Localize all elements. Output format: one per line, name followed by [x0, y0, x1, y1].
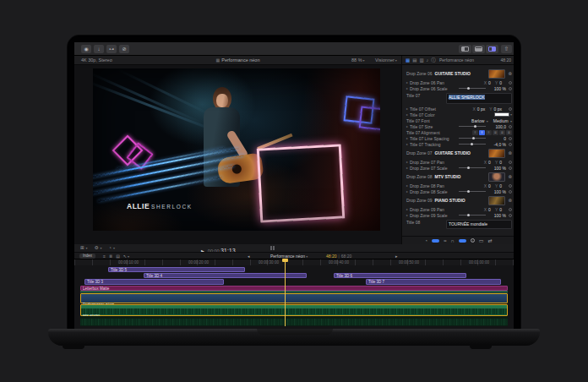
clip-title-3d-6[interactable]: Title 3D 6 — [334, 273, 466, 278]
retime-icon[interactable]: ◔ — [425, 238, 428, 243]
generator-inspector-tab[interactable]: ▥ — [419, 56, 423, 65]
slider-value[interactable]: 100 % — [486, 166, 506, 171]
slider-track[interactable] — [459, 191, 486, 192]
y-value[interactable]: 0 — [499, 207, 502, 212]
clear-dropzone-icon[interactable]: ⊗ — [508, 174, 512, 179]
dropzone-thumbnail[interactable] — [488, 196, 505, 205]
browser-toggle-button[interactable] — [459, 45, 471, 53]
dropzone-thumbnail[interactable] — [488, 69, 505, 79]
video-inspector-tab[interactable]: ▦ — [406, 56, 410, 65]
slider-track[interactable] — [459, 144, 486, 145]
inspector-row-drop-zone-08-pan[interactable]: ▸ Drop Zone 08 Pan X 0 Y 0 — [406, 183, 512, 188]
inspector-row-title-07-color[interactable]: ▸ Title 07 Color ▾ — [406, 112, 512, 117]
clip-appearance-menu[interactable]: ⊞▾ — [80, 244, 88, 252]
inspector-row-title-07-alignment[interactable]: Title 07 Alignment ≡ ≡ ≡ ≣ ≣ ≣ — [406, 129, 512, 135]
view-options-menu[interactable]: Visionner▾ — [375, 56, 397, 65]
background-tasks-icon[interactable]: ⊘ — [119, 45, 129, 53]
reset-icon[interactable] — [509, 87, 512, 90]
reset-icon[interactable] — [509, 125, 512, 128]
clear-dropzone-icon[interactable]: ⊗ — [508, 71, 512, 76]
clear-dropzone-icon[interactable]: ⊗ — [508, 198, 512, 203]
tools-menu[interactable]: ⚙▾ — [95, 244, 102, 252]
timeline-ruler[interactable]: 00:00:10:0000:00:20:0000:00:30:0000:00:4… — [74, 259, 514, 265]
y-value[interactable]: 0 px — [494, 106, 502, 112]
inspector-row-title-07-tracking[interactable]: ▸ Title 07 Tracking -4,0 % — [406, 141, 512, 147]
reset-icon[interactable] — [509, 161, 512, 164]
reset-icon[interactable] — [509, 208, 512, 211]
y-value[interactable]: 0 — [499, 160, 502, 165]
inspector-row-drop-zone-06-pan[interactable]: ▸ Drop Zone 06 Pan X 0 Y 0 — [406, 79, 512, 85]
playhead[interactable] — [285, 259, 286, 326]
slider-thumb[interactable] — [467, 214, 470, 216]
audio-meters-button[interactable] — [270, 246, 275, 250]
timeline-toggle-button[interactable] — [472, 45, 485, 53]
playhead-handle[interactable] — [282, 259, 288, 262]
align-right-icon[interactable]: ≡ — [486, 130, 492, 135]
reset-icon[interactable] — [509, 184, 512, 188]
align-center-icon[interactable]: ≡ — [479, 130, 485, 135]
inspector-row-drop-zone-09-pan[interactable]: ▸ Drop Zone 09 Pan X 0 Y 0 — [406, 206, 512, 212]
y-value[interactable]: 0 — [499, 80, 502, 85]
dropzone-thumbnail[interactable] — [488, 172, 505, 182]
x-value[interactable]: 0 — [488, 183, 491, 188]
clip-title-3d-3[interactable]: Title 3D 3 — [84, 279, 224, 285]
inspector-row-drop-zone-07-pan[interactable]: ▸ Drop Zone 07 Pan X 0 Y 0 — [406, 159, 512, 165]
reset-icon[interactable] — [509, 190, 512, 194]
record-icon[interactable]: ◉ — [81, 45, 91, 53]
slider-value[interactable]: -4,0 % — [486, 142, 506, 147]
justify-left-icon[interactable]: ≣ — [493, 130, 498, 135]
slider-value[interactable]: 100 % — [486, 189, 506, 194]
reset-icon[interactable] — [509, 214, 512, 217]
y-value[interactable]: 0 — [499, 183, 502, 188]
slider-track[interactable] — [459, 215, 486, 216]
info-inspector-tab[interactable]: ⓘ — [431, 56, 436, 65]
inspector-row-drop-zone-07[interactable]: Drop Zone 07 GUITARE STUDIO ⊗ — [406, 147, 512, 159]
slider-value[interactable]: 0 — [486, 136, 506, 141]
font-weight-menu[interactable]: Medium ▾ — [493, 118, 512, 123]
x-value[interactable]: 0 px — [477, 106, 485, 112]
info-icon[interactable]: i — [471, 238, 475, 243]
clear-dropzone-icon[interactable]: ⊗ — [508, 150, 512, 156]
x-value[interactable]: 0 — [488, 160, 491, 165]
secondary-audio-waveform[interactable] — [80, 316, 508, 326]
transitions-browser-icon[interactable] — [459, 239, 466, 243]
slider-thumb[interactable] — [467, 166, 470, 169]
slider-value[interactable]: 100,0 — [486, 124, 506, 129]
zoom-level-menu[interactable]: 88 %▾ — [351, 56, 365, 65]
inspector-row-drop-zone-08[interactable]: Drop Zone 08 MTV STUDIO ⊗ — [406, 171, 512, 183]
inspector-row-drop-zone-08-scale[interactable]: ▸ Drop Zone 08 Scale 100 % — [406, 188, 512, 194]
clip-title-3d-4[interactable]: Title 3D 4 — [144, 273, 307, 278]
inspector-row-drop-zone-06[interactable]: Drop Zone 06 GUITARE STUDIO ⊗ — [406, 68, 512, 79]
inspector-row-drop-zone-09-scale[interactable]: ▸ Drop Zone 09 Scale 100 % — [406, 212, 512, 218]
slider-thumb[interactable] — [471, 143, 473, 145]
dropzone-thumbnail[interactable] — [488, 149, 505, 158]
inspector-row-title-07[interactable]: Title 07 ALLIE SHERLOCK — [406, 91, 512, 106]
font-family-menu[interactable]: Barlow ▾ — [471, 118, 488, 123]
inspector-row-drop-zone-06-scale[interactable]: ▸ Drop Zone 06 Scale 100 % — [406, 85, 512, 91]
reset-icon[interactable] — [509, 137, 512, 140]
slider-track[interactable] — [459, 167, 486, 168]
reset-icon[interactable] — [509, 166, 512, 170]
video-canvas[interactable]: ALLIESHERLOCK — [93, 68, 380, 231]
color-swatch[interactable] — [494, 112, 509, 117]
expand-icon[interactable]: ⇄ — [487, 237, 492, 243]
import-icon[interactable]: ↓ — [94, 45, 104, 53]
clip-title-3d-7[interactable]: Title 3D 7 — [366, 279, 501, 285]
clip-title-3d-5[interactable]: Title 3D 5 — [108, 267, 245, 272]
slider-thumb[interactable] — [467, 190, 470, 193]
color-inspector-tab[interactable]: ▤ — [412, 56, 416, 65]
primary-video-clip[interactable]: Performance néon — [80, 293, 508, 303]
audio-enhancements-icon[interactable]: ≈ — [444, 238, 446, 243]
headphones-icon[interactable]: ∩ — [450, 238, 454, 243]
slider-track[interactable] — [459, 138, 486, 139]
reset-icon[interactable] — [509, 107, 512, 111]
text-input[interactable]: TOURNÉE mondiale — [446, 220, 512, 229]
inspector-row-title-07-font[interactable]: Title 07 Font Barlow ▾ Medium ▾ — [406, 117, 512, 123]
x-value[interactable]: 0 — [488, 207, 491, 212]
slider-track[interactable] — [459, 88, 486, 89]
key-icon[interactable]: ⊶ — [106, 45, 117, 53]
justify-center-icon[interactable]: ≣ — [499, 130, 505, 135]
slider-thumb[interactable] — [474, 125, 476, 128]
slider-track[interactable] — [459, 126, 486, 127]
inspector-toggle-button[interactable] — [486, 45, 498, 53]
